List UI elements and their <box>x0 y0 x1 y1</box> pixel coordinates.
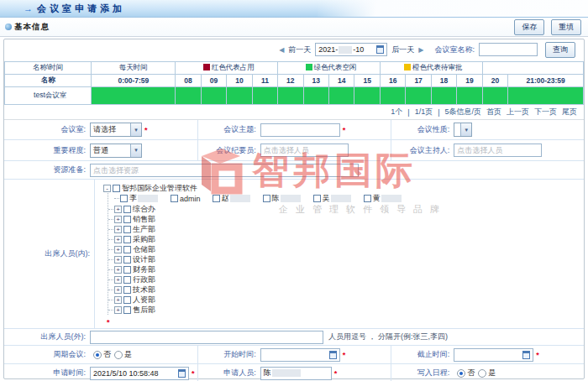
time-slot-free[interactable] <box>431 87 456 105</box>
checkbox[interactable] <box>123 286 131 294</box>
date-redacted <box>339 46 352 54</box>
checkbox[interactable] <box>123 206 131 213</box>
checkbox[interactable] <box>123 216 131 223</box>
end-time-label: 截止时间: <box>391 349 454 360</box>
periodic-yes-radio[interactable] <box>114 351 123 359</box>
checkbox[interactable] <box>263 195 270 202</box>
next-day-button[interactable]: 后一天 <box>391 44 414 55</box>
save-button[interactable]: 保存 <box>514 19 544 35</box>
checkbox[interactable] <box>123 236 131 243</box>
importance-select[interactable]: 普通 ▾ <box>90 144 142 158</box>
checkbox[interactable] <box>120 195 128 202</box>
time-slot-free[interactable] <box>406 87 431 105</box>
checkbox[interactable] <box>123 266 131 274</box>
time-slot-free[interactable] <box>201 87 226 105</box>
start-time-label: 开始时间: <box>198 349 260 360</box>
apply-time-input[interactable]: 2021/5/10 10:58:48 <box>90 367 189 380</box>
orange-legend-icon <box>404 64 411 70</box>
calendar-icon[interactable] <box>329 351 337 359</box>
checkbox[interactable] <box>364 195 371 202</box>
search-button[interactable]: 查询 <box>545 42 575 58</box>
time-slot-free[interactable] <box>482 87 507 105</box>
calendar-icon[interactable] <box>522 351 530 359</box>
attendees-external-input[interactable] <box>90 331 323 344</box>
checkbox[interactable] <box>213 195 220 202</box>
date-input[interactable]: 2021--10 <box>315 43 387 56</box>
collapse-icon[interactable]: - <box>103 185 111 192</box>
next-day-arrow-icon[interactable]: ▶ <box>418 46 423 54</box>
expand-icon[interactable]: + <box>114 276 122 284</box>
tree-dept: +技术部 <box>108 284 584 295</box>
prev-page-link[interactable]: 上一页 <box>507 107 529 117</box>
checkbox[interactable] <box>123 226 131 233</box>
end-time-input[interactable] <box>454 348 533 362</box>
prev-day-button[interactable]: 前一天 <box>288 44 311 55</box>
start-time-input[interactable] <box>260 348 340 362</box>
schedule-write-yes-radio[interactable] <box>478 369 486 378</box>
next-page-link[interactable]: 下一页 <box>534 107 557 117</box>
expand-icon[interactable]: + <box>114 256 122 264</box>
checkbox[interactable] <box>113 185 120 192</box>
expand-icon[interactable]: + <box>114 296 122 304</box>
checkbox[interactable] <box>171 195 178 202</box>
nature-select[interactable]: ▾ <box>454 123 472 137</box>
applicant-input[interactable]: 陈 <box>260 367 332 380</box>
time-slot-free[interactable] <box>508 87 584 105</box>
date-value-suffix: -10 <box>353 45 364 54</box>
resource-input[interactable] <box>90 164 359 177</box>
required-mark: * <box>192 369 195 378</box>
checkbox[interactable] <box>123 246 131 253</box>
expand-icon[interactable]: + <box>114 226 122 233</box>
expand-icon[interactable]: + <box>114 216 122 223</box>
room-select[interactable]: 请选择 ▾ <box>90 123 142 137</box>
calendar-icon[interactable] <box>376 45 384 54</box>
checkbox[interactable] <box>313 195 321 202</box>
expand-icon[interactable]: + <box>114 266 122 274</box>
room-name-search-input[interactable] <box>479 43 538 56</box>
member-item: admin <box>171 195 201 203</box>
hour-header: 19 <box>457 75 482 87</box>
arrow-icon: → <box>24 3 33 13</box>
expand-icon[interactable]: + <box>114 236 122 243</box>
time-slot-free[interactable] <box>278 87 303 105</box>
time-slot-free[interactable] <box>354 87 380 105</box>
expand-icon[interactable]: + <box>114 246 122 253</box>
host-input[interactable] <box>454 144 542 157</box>
hour-header: 13 <box>303 75 328 87</box>
checkbox[interactable] <box>123 296 131 304</box>
chevron-down-icon: ▾ <box>460 123 471 136</box>
late-col-header: 21:00-23:59 <box>508 75 584 87</box>
periodic-no-radio[interactable] <box>93 351 102 359</box>
external-hint: 人员用逗号 ， 分隔开(例:张三,李四) <box>328 331 448 342</box>
tree-dept: +销售部 <box>108 214 584 224</box>
time-slot-free[interactable] <box>329 87 354 105</box>
attendees-internal-label: 出席人员(内): <box>45 248 95 259</box>
time-slot-free[interactable] <box>380 87 405 105</box>
recorder-input[interactable] <box>260 144 349 157</box>
time-slot-free[interactable] <box>92 87 176 105</box>
attendees-external-label: 出席人员(外): <box>4 331 90 342</box>
room-label: 会议室: <box>4 124 90 135</box>
prev-day-arrow-icon[interactable]: ◀ <box>279 46 284 54</box>
last-page-link[interactable]: 尾页 <box>562 107 577 117</box>
time-slot-free[interactable] <box>457 87 482 105</box>
tree-root-label[interactable]: 智邦国际企业管理软件 <box>122 183 197 194</box>
topic-input[interactable] <box>260 123 340 137</box>
required-mark: * <box>334 369 338 378</box>
checkbox[interactable] <box>123 276 131 284</box>
calendar-icon[interactable] <box>178 369 186 378</box>
time-slot-free[interactable] <box>252 87 277 105</box>
expand-icon[interactable]: + <box>114 286 122 294</box>
checkbox[interactable] <box>123 306 131 314</box>
time-slot-free[interactable] <box>227 87 252 105</box>
first-page-link[interactable]: 首页 <box>486 107 501 117</box>
title-tab: → 会议室申请添加 <box>0 3 125 15</box>
schedule-write-no-radio[interactable] <box>457 369 465 378</box>
checkbox[interactable] <box>123 256 131 264</box>
expand-icon[interactable]: + <box>114 206 122 213</box>
time-slot-free[interactable] <box>303 87 328 105</box>
expand-icon[interactable]: + <box>114 306 122 314</box>
tree-dept: +人资部 <box>108 295 584 305</box>
time-slot-free[interactable] <box>176 87 201 105</box>
reset-button[interactable]: 重填 <box>551 19 581 35</box>
